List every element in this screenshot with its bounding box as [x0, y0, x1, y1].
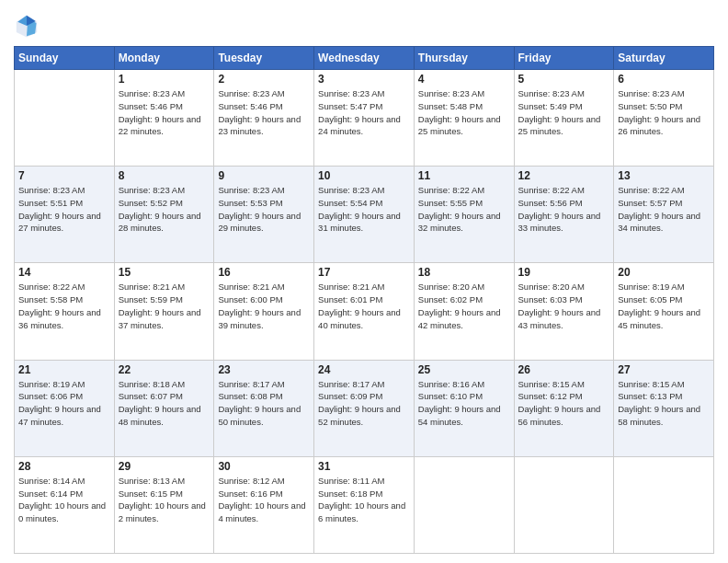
logo — [14, 13, 41, 39]
sunrise: Sunrise: 8:20 AM — [418, 282, 484, 292]
calendar-table: SundayMondayTuesdayWednesdayThursdayFrid… — [14, 46, 714, 554]
sunrise: Sunrise: 8:13 AM — [119, 476, 185, 486]
daylight: Daylight: 9 hours and 40 minutes. — [318, 307, 401, 330]
day-number: 2 — [218, 73, 310, 86]
day-cell: 5Sunrise: 8:23 AMSunset: 5:49 PMDaylight… — [514, 70, 614, 167]
day-info: Sunrise: 8:19 AMSunset: 6:06 PMDaylight:… — [18, 378, 110, 429]
day-cell: 11Sunrise: 8:22 AMSunset: 5:55 PMDayligh… — [414, 167, 514, 263]
calendar-header-row: SundayMondayTuesdayWednesdayThursdayFrid… — [15, 47, 714, 70]
day-info: Sunrise: 8:18 AMSunset: 6:07 PMDaylight:… — [119, 378, 210, 429]
sunrise: Sunrise: 8:14 AM — [18, 476, 85, 486]
day-cell: 28Sunrise: 8:14 AMSunset: 6:14 PMDayligh… — [15, 456, 115, 553]
day-info: Sunrise: 8:22 AMSunset: 5:56 PMDaylight:… — [518, 184, 610, 235]
daylight: Daylight: 9 hours and 25 minutes. — [418, 114, 501, 137]
day-number: 29 — [119, 460, 210, 473]
day-number: 31 — [318, 460, 410, 473]
day-info: Sunrise: 8:12 AMSunset: 6:16 PMDaylight:… — [218, 475, 310, 525]
day-cell: 27Sunrise: 8:15 AMSunset: 6:13 PMDayligh… — [614, 360, 714, 456]
sunrise: Sunrise: 8:11 AM — [318, 476, 384, 486]
day-info: Sunrise: 8:22 AMSunset: 5:57 PMDaylight:… — [618, 184, 710, 235]
day-info: Sunrise: 8:14 AMSunset: 6:14 PMDaylight:… — [18, 475, 110, 525]
sunrise: Sunrise: 8:22 AM — [618, 185, 684, 195]
sunset: Sunset: 6:14 PM — [18, 488, 83, 499]
daylight: Daylight: 10 hours and 4 minutes. — [218, 500, 305, 523]
sunrise: Sunrise: 8:23 AM — [119, 88, 185, 98]
sunrise: Sunrise: 8:23 AM — [318, 185, 384, 195]
col-header-friday: Friday — [514, 47, 614, 70]
daylight: Daylight: 9 hours and 33 minutes. — [518, 211, 601, 234]
day-cell: 6Sunrise: 8:23 AMSunset: 5:50 PMDaylight… — [614, 70, 714, 167]
sunrise: Sunrise: 8:23 AM — [218, 185, 284, 195]
day-cell: 22Sunrise: 8:18 AMSunset: 6:07 PMDayligh… — [114, 360, 214, 456]
sunrise: Sunrise: 8:22 AM — [418, 185, 484, 195]
day-cell: 25Sunrise: 8:16 AMSunset: 6:10 PMDayligh… — [414, 360, 514, 456]
daylight: Daylight: 9 hours and 48 minutes. — [119, 404, 201, 427]
day-number: 7 — [18, 169, 110, 182]
day-cell: 20Sunrise: 8:19 AMSunset: 6:05 PMDayligh… — [614, 263, 714, 360]
col-header-tuesday: Tuesday — [214, 47, 314, 70]
day-cell: 31Sunrise: 8:11 AMSunset: 6:18 PMDayligh… — [314, 456, 415, 553]
sunset: Sunset: 5:54 PM — [318, 198, 382, 208]
day-number: 20 — [618, 266, 710, 279]
sunset: Sunset: 6:08 PM — [218, 391, 282, 401]
day-cell: 1Sunrise: 8:23 AMSunset: 5:46 PMDaylight… — [114, 70, 214, 167]
sunrise: Sunrise: 8:22 AM — [18, 282, 85, 292]
day-cell: 2Sunrise: 8:23 AMSunset: 5:46 PMDaylight… — [214, 70, 314, 167]
day-number: 26 — [518, 363, 610, 376]
sunrise: Sunrise: 8:17 AM — [318, 379, 384, 389]
daylight: Daylight: 9 hours and 37 minutes. — [119, 307, 201, 330]
sunset: Sunset: 5:53 PM — [218, 198, 282, 208]
daylight: Daylight: 9 hours and 52 minutes. — [318, 404, 401, 427]
sunrise: Sunrise: 8:23 AM — [318, 88, 384, 98]
day-info: Sunrise: 8:23 AMSunset: 5:46 PMDaylight:… — [218, 87, 310, 138]
day-number: 18 — [418, 266, 510, 279]
day-cell — [15, 70, 115, 167]
daylight: Daylight: 9 hours and 26 minutes. — [618, 114, 700, 137]
day-number: 24 — [318, 363, 410, 376]
day-cell: 23Sunrise: 8:17 AMSunset: 6:08 PMDayligh… — [214, 360, 314, 456]
sunrise: Sunrise: 8:12 AM — [218, 476, 284, 486]
sunset: Sunset: 5:46 PM — [119, 101, 183, 111]
day-number: 8 — [119, 169, 210, 182]
sunset: Sunset: 6:15 PM — [119, 488, 183, 499]
day-number: 12 — [518, 169, 610, 182]
day-cell: 15Sunrise: 8:21 AMSunset: 5:59 PMDayligh… — [114, 263, 214, 360]
day-info: Sunrise: 8:15 AMSunset: 6:12 PMDaylight:… — [518, 378, 610, 429]
sunset: Sunset: 5:46 PM — [218, 101, 282, 111]
daylight: Daylight: 9 hours and 50 minutes. — [218, 404, 301, 427]
day-info: Sunrise: 8:21 AMSunset: 6:01 PMDaylight:… — [318, 281, 410, 331]
col-header-saturday: Saturday — [614, 47, 714, 70]
daylight: Daylight: 9 hours and 47 minutes. — [18, 404, 101, 427]
day-number: 28 — [18, 460, 110, 473]
daylight: Daylight: 9 hours and 39 minutes. — [218, 307, 301, 330]
day-info: Sunrise: 8:23 AMSunset: 5:47 PMDaylight:… — [318, 87, 410, 138]
col-header-wednesday: Wednesday — [314, 47, 415, 70]
daylight: Daylight: 9 hours and 31 minutes. — [318, 211, 401, 234]
day-number: 1 — [119, 73, 210, 86]
day-number: 21 — [18, 363, 110, 376]
sunrise: Sunrise: 8:20 AM — [518, 282, 585, 292]
daylight: Daylight: 9 hours and 28 minutes. — [119, 211, 201, 234]
sunset: Sunset: 6:09 PM — [318, 391, 382, 401]
sunset: Sunset: 6:18 PM — [318, 488, 382, 499]
daylight: Daylight: 9 hours and 36 minutes. — [18, 307, 101, 330]
day-info: Sunrise: 8:23 AMSunset: 5:53 PMDaylight:… — [218, 184, 310, 235]
day-number: 11 — [418, 169, 510, 182]
sunset: Sunset: 5:49 PM — [518, 101, 583, 111]
sunset: Sunset: 6:16 PM — [218, 488, 282, 499]
sunset: Sunset: 6:05 PM — [618, 294, 682, 304]
sunrise: Sunrise: 8:18 AM — [119, 379, 185, 389]
sunset: Sunset: 5:55 PM — [418, 198, 483, 208]
col-header-sunday: Sunday — [15, 47, 115, 70]
day-info: Sunrise: 8:23 AMSunset: 5:46 PMDaylight:… — [119, 87, 210, 138]
sunset: Sunset: 5:56 PM — [518, 198, 583, 208]
day-cell — [414, 456, 514, 553]
day-number: 13 — [618, 169, 710, 182]
sunset: Sunset: 5:59 PM — [119, 294, 183, 304]
day-info: Sunrise: 8:19 AMSunset: 6:05 PMDaylight:… — [618, 281, 710, 331]
day-number: 22 — [119, 363, 210, 376]
sunset: Sunset: 6:12 PM — [518, 391, 583, 401]
daylight: Daylight: 9 hours and 45 minutes. — [618, 307, 700, 330]
sunset: Sunset: 6:02 PM — [418, 294, 483, 304]
day-cell: 3Sunrise: 8:23 AMSunset: 5:47 PMDaylight… — [314, 70, 415, 167]
